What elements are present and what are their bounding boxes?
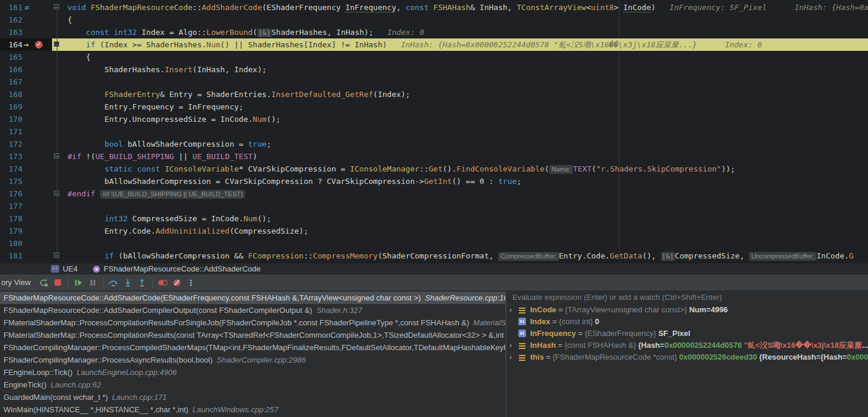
stack-frame[interactable]: FShaderMapResourceCode::AddShaderCode(ES… xyxy=(0,292,505,304)
breadcrumb-item-project[interactable]: ++ UE4 xyxy=(51,264,78,273)
gutter-line[interactable]: 179 xyxy=(0,225,52,237)
code-line[interactable]: − if (bAllowShaderCompression && FCompre… xyxy=(52,250,868,262)
code-line[interactable]: FShaderEntry& Entry = ShaderEntries.Inse… xyxy=(52,88,868,101)
code-line[interactable]: − if (Index >= ShaderHashes.Num() || Sha… xyxy=(52,38,868,51)
fold-marker-icon[interactable]: − xyxy=(54,253,59,258)
stack-frame[interactable]: FEngineLoop::Tick()LaunchEngineLoop.cpp:… xyxy=(0,366,505,379)
step-out-button[interactable] xyxy=(135,276,149,289)
line-number: 166 xyxy=(0,63,22,76)
variable-row[interactable]: 01InFrequency = {EShaderFrequency} SF_Pi… xyxy=(506,328,868,340)
fold-marker-icon[interactable]: − xyxy=(54,153,59,159)
code-token: (), xyxy=(642,251,660,260)
code-token: "r.Shaders.SkipCompression" xyxy=(596,164,721,173)
code-editor[interactable]: 161⇄162163164→✓1651661671681691701711721… xyxy=(0,0,868,263)
variable-type: {TArrayView<unsigned char const>} xyxy=(565,305,689,314)
code-token: IConsoleVariable xyxy=(164,164,238,173)
gutter-line[interactable]: 174 xyxy=(0,163,52,175)
variable-row[interactable]: ›this = {FShaderMapResourceCode *const} … xyxy=(506,351,868,363)
code-token: TConstArrayView xyxy=(517,3,586,12)
variable-row[interactable]: 01Index = {const int} 0 xyxy=(506,316,868,328)
mute-breakpoints-button[interactable] xyxy=(170,276,184,289)
code-token: bool xyxy=(105,140,123,148)
gutter-line[interactable]: 166 xyxy=(0,63,52,76)
gutter-line[interactable]: 177 xyxy=(0,200,52,212)
gutter-line[interactable]: 175 xyxy=(0,175,52,188)
stack-frame[interactable]: FMaterialShaderMap::ProcessCompilationRe… xyxy=(0,329,505,341)
code-line[interactable]: −void FShaderMapResourceCode::AddShaderC… xyxy=(52,1,868,14)
code-line[interactable]: bool bAllowShaderCompression = true; xyxy=(52,138,868,150)
expand-chevron-icon[interactable]: › xyxy=(509,304,512,316)
variable-row[interactable]: ›InCode = {TArrayView<unsigned char cons… xyxy=(506,304,868,316)
gutter-line[interactable]: 172 xyxy=(0,138,52,150)
code-line[interactable]: −#endif#if !(UE_BUILD_SHIPPING || UE_BUI… xyxy=(52,188,868,200)
fold-marker-icon[interactable]: − xyxy=(54,190,59,196)
code-token: (ShaderCompressionFormat, xyxy=(377,251,498,260)
breadcrumb-item-function[interactable]: ◆ FShaderMapResourceCode::AddShaderCode xyxy=(93,264,260,273)
stack-frame[interactable]: FShaderMapResourceCode::AddShaderCompile… xyxy=(0,304,505,316)
gutter-line[interactable]: 162 xyxy=(0,14,52,26)
code-line[interactable] xyxy=(52,237,868,250)
variable-type: {const FSHAHash &} xyxy=(564,341,638,350)
breakpoint-icon[interactable]: ✓ xyxy=(35,41,43,49)
gutter-line[interactable]: 169 xyxy=(0,101,52,113)
value-token: 0 xyxy=(595,317,599,326)
code-line[interactable]: Entry.Code.AddUninitialized(CompressedSi… xyxy=(52,225,868,237)
evaluate-expression-input[interactable]: Evaluate expression (Enter) or add a wat… xyxy=(506,291,868,304)
expand-chevron-icon[interactable]: › xyxy=(509,351,512,363)
step-into-button[interactable] xyxy=(121,276,135,289)
gutter-line[interactable]: 171 xyxy=(0,125,52,138)
line-number: 177 xyxy=(0,200,22,212)
variables-panel[interactable]: Evaluate expression (Enter) or add a wat… xyxy=(506,291,868,417)
line-number: 175 xyxy=(0,175,22,188)
gutter-line[interactable]: 161⇄ xyxy=(0,1,52,14)
stack-frame[interactable]: FShaderCompilingManager::ProcessAsyncRes… xyxy=(0,354,505,366)
more-options-button[interactable]: ⋮ xyxy=(184,276,198,289)
code-line[interactable] xyxy=(52,76,868,88)
gutter-line[interactable]: 170 xyxy=(0,113,52,125)
code-line[interactable]: ShaderHashes.Insert(InHash, Index); xyxy=(52,63,868,76)
code-line[interactable]: { xyxy=(52,14,868,26)
stop-button[interactable] xyxy=(51,276,65,289)
code-token: & Entry = ShaderEntries. xyxy=(160,90,272,99)
code-line[interactable]: int32 CompressedSize = InCode.Num(); xyxy=(52,212,868,225)
code-line[interactable] xyxy=(52,200,868,212)
gutter-line[interactable]: 168 xyxy=(0,88,52,101)
gutter-line[interactable]: 167 xyxy=(0,76,52,88)
code-line[interactable] xyxy=(52,125,868,138)
code-line[interactable]: Entry.UncompressedSize = InCode.Num(); xyxy=(52,113,868,125)
rerun-button[interactable] xyxy=(37,276,51,289)
code-line[interactable]: static const IConsoleVariable* CVarSkipC… xyxy=(52,163,868,175)
gutter-line[interactable]: 165 xyxy=(0,51,52,63)
code-line[interactable]: const int32 Index = Algo::LowerBound([&]… xyxy=(52,26,868,38)
step-over-button[interactable] xyxy=(107,276,121,289)
stack-frame[interactable]: FMaterialShaderMap::ProcessCompilationRe… xyxy=(0,316,505,329)
code-line[interactable]: Entry.Frequency = InFrequency; xyxy=(52,101,868,113)
fold-marker-icon[interactable]: − xyxy=(54,4,59,9)
gutter-line[interactable]: 176 xyxy=(0,188,52,200)
stack-frame[interactable]: WinMain(HINSTANCE__ *,HINSTANCE__ *,char… xyxy=(0,403,505,416)
variable-row[interactable]: ›InHash = {const FSHAHash &} {Hash=0x000… xyxy=(506,340,868,351)
stack-frame[interactable]: FShaderCompilingManager::ProcessCompiled… xyxy=(0,341,505,354)
gutter-line[interactable]: 178 xyxy=(0,212,52,225)
gutter-line[interactable]: 173 xyxy=(0,150,52,163)
code-line[interactable]: bAllowShaderCompression = CVarSkipCompre… xyxy=(52,175,868,188)
resume-button[interactable] xyxy=(72,276,86,289)
fold-marker-icon[interactable]: − xyxy=(54,41,59,47)
expand-chevron-icon[interactable]: › xyxy=(509,340,512,351)
code-token: UE_BUILD_SHIPPING xyxy=(95,152,174,161)
code-line[interactable]: −#if !(UE_BUILD_SHIPPING || UE_BUILD_TES… xyxy=(52,150,868,163)
memory-view-label[interactable]: ory View xyxy=(0,278,37,287)
gutter-line[interactable]: 181 xyxy=(0,250,52,262)
gutter-line[interactable]: 164→✓ xyxy=(0,38,52,51)
stack-frame[interactable]: EngineTick()Launch.cpp:62 xyxy=(0,379,505,391)
equals-sign: = xyxy=(556,341,564,350)
line-number: 162 xyxy=(0,14,22,26)
gutter-line[interactable]: 163 xyxy=(0,26,52,38)
array-variable-icon xyxy=(519,355,525,356)
stack-frame[interactable]: GuardedMain(const wchar_t *)Launch.cpp:1… xyxy=(0,391,505,403)
call-stack-panel[interactable]: FShaderMapResourceCode::AddShaderCode(ES… xyxy=(0,292,505,417)
view-breakpoints-button[interactable] xyxy=(156,276,170,289)
pause-button[interactable] xyxy=(86,276,100,289)
code-line[interactable]: { xyxy=(52,51,868,63)
gutter-line[interactable]: 180 xyxy=(0,237,52,250)
